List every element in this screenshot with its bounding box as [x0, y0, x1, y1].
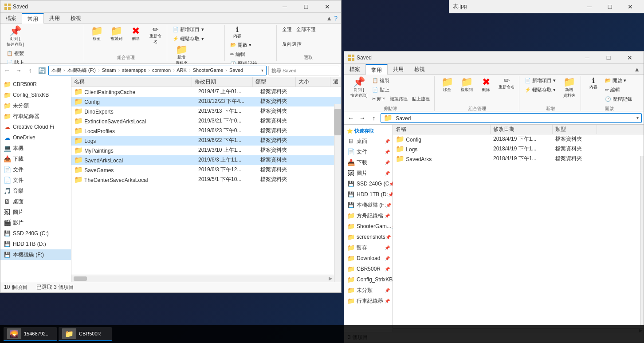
col-header-size-1[interactable]: 大小	[296, 77, 330, 87]
table-row[interactable]: 📁 TheCenterSavedArksLocal 2019/5/1 下午10.…	[71, 175, 341, 185]
back-button-1[interactable]: ←	[2, 66, 12, 75]
refresh-button-1[interactable]: 🔄	[37, 66, 47, 75]
nav-item-hdd-2[interactable]: 💾 HDD 1TB (D: 📌	[344, 189, 393, 200]
new-item-button-2[interactable]: 📄新增項目 ▾	[523, 76, 558, 85]
move-to-button-2[interactable]: 📁 移至	[438, 76, 456, 94]
scrollbar-thumb-1[interactable]	[334, 109, 341, 135]
horizontal-scrollbar-1[interactable]: ▶	[71, 275, 334, 282]
nav-item-downloads-1[interactable]: 📥 下載	[0, 154, 71, 164]
select-all-button-1[interactable]: 全選	[280, 25, 294, 34]
top-right-close[interactable]: ✕	[620, 0, 640, 13]
col-header-name-2[interactable]: 名稱	[393, 125, 491, 134]
col-header-date-1[interactable]: 修改日期	[192, 77, 252, 87]
nav-item-uncat-2[interactable]: 📁 未分類 📌	[344, 285, 393, 296]
tab-home-1[interactable]: 常用	[22, 13, 44, 24]
nav-item-ssd-2[interactable]: 💾 SSD 240G (C 📌	[344, 178, 393, 189]
table-row[interactable]: 📁 SaveGames 2019/6/3 下午12... 檔案資料夾	[71, 165, 341, 175]
help-button-1[interactable]: ?	[334, 15, 338, 22]
nav-item-creative-cloud-1[interactable]: ☁ Creative Cloud Fi	[0, 122, 71, 132]
paste-button-2[interactable]: 📄貼上	[370, 86, 432, 94]
tab-file-1[interactable]: 檔案	[0, 13, 22, 23]
tab-file-2[interactable]: 檔案	[344, 64, 365, 74]
nav-item-desktop-2[interactable]: 🖥 桌面 📌	[344, 136, 393, 146]
address-path-2[interactable]: 📁 Saved ▾	[381, 113, 642, 123]
minimize-button-1[interactable]: ─	[275, 0, 295, 13]
col-header-date-2[interactable]: 修改日期	[491, 125, 553, 134]
nav-item-localdisk-2[interactable]: 💾 本機磁碟 (F: 📌	[344, 200, 393, 210]
table-row[interactable]: 📁 Config 2018/12/23 下午4... 檔案資料夾	[71, 97, 341, 106]
nav-item-localdisk-1[interactable]: 💾 本機磁碟 (F:)	[0, 249, 71, 260]
properties-button-1[interactable]: ℹ 內容	[228, 25, 246, 40]
nav-item-download-2[interactable]: 📁 Download 📌	[344, 253, 393, 264]
nav-item-screenshots-2[interactable]: 📁 screenshots 📌	[344, 232, 393, 242]
nav-item-onedrive-1[interactable]: ☁ OneDrive	[0, 132, 71, 143]
hscrollbar-thumb-1[interactable]	[74, 276, 87, 281]
nav-item-strix-2[interactable]: 📁 Config_StrixKB 📌	[344, 274, 393, 285]
nav-item-docs2-1[interactable]: 📄 文件	[0, 175, 71, 185]
nav-item-pictures-1[interactable]: 🖼 圖片	[0, 207, 71, 217]
tab-view-1[interactable]: 檢視	[65, 13, 86, 23]
vertical-scrollbar-1[interactable]	[334, 104, 341, 282]
pin-button-1[interactable]: 📌 釘到 [快速存取]	[5, 25, 26, 48]
copy-button-2[interactable]: 📋複製	[370, 76, 432, 85]
move-to-button-1[interactable]: 📁 移至	[88, 25, 106, 46]
easy-access-button-1[interactable]: ⚡輕鬆存取 ▾	[171, 35, 205, 43]
nav-item-desktop-1[interactable]: 🖥 桌面	[0, 196, 71, 207]
nav-item-docs-1[interactable]: 📄 文件	[0, 164, 71, 175]
copy-to-button-2[interactable]: 📁 複製到	[458, 76, 475, 94]
nav-item-uncat-1[interactable]: 📁 未分類	[0, 100, 71, 111]
maximize-button-1[interactable]: □	[296, 0, 316, 13]
nav-item-docs-2[interactable]: 📄 文件 📌	[344, 146, 393, 157]
table-row[interactable]: 📁 Config 2018/4/19 下午1... 檔案資料夾	[393, 134, 644, 144]
back-button-2[interactable]: ←	[346, 113, 356, 123]
pin-button-2[interactable]: 📌 釘到 [快速存取]	[349, 76, 369, 99]
taskbar-item-1[interactable]: 🌄 15468792...	[4, 327, 57, 341]
nav-item-hdd-1[interactable]: 💾 HDD 1TB (D:)	[0, 239, 71, 249]
copy-button-1[interactable]: 📋複製	[5, 49, 67, 58]
minimize-button-2[interactable]: ─	[577, 51, 597, 64]
table-row[interactable]: 📁 SavedArksLocal 2019/6/3 上午11... 檔案資料夾	[71, 155, 341, 165]
nav-item-thispc-1[interactable]: 💻 本機	[0, 143, 71, 154]
table-row[interactable]: 📁 MyPaintings 2019/3/10 上午1... 檔案資料夾	[71, 146, 341, 155]
up-button-2[interactable]: ↑	[369, 113, 379, 123]
hscroll-arrow-1[interactable]: ▶	[329, 276, 334, 281]
taskbar-item-2[interactable]: 📁 CBR500R	[59, 327, 112, 341]
forward-button-1[interactable]: →	[14, 66, 24, 75]
nav-item-dashcam-1[interactable]: 📁 行車紀錄器	[0, 111, 71, 122]
edit-button-2[interactable]: ✏編輯	[603, 86, 634, 94]
tab-share-1[interactable]: 共用	[44, 13, 65, 23]
nav-item-ssd-1[interactable]: 💾 SSD 240G (C:)	[0, 228, 71, 239]
col-header-type-1[interactable]: 類型	[253, 77, 296, 87]
path-dropdown-btn-2[interactable]: ▾	[636, 115, 639, 120]
table-row[interactable]: 📁 SavedArks 2018/4/19 下午1... 檔案資料夾	[393, 154, 644, 164]
rename-button-1[interactable]: ✏ 重新命名	[146, 25, 164, 46]
tab-home-2[interactable]: 常用	[365, 64, 388, 75]
address-path-1[interactable]: 本機 › 本機磁碟 (F:) › Steam › steamapps › com…	[48, 66, 267, 75]
new-item-button-1[interactable]: 📄新增項目 ▾	[171, 25, 205, 34]
table-row[interactable]: 📁 ClientPaintingsCache 2019/4/7 上午01... …	[71, 87, 341, 97]
close-button-1[interactable]: ✕	[317, 0, 338, 13]
table-row[interactable]: 📁 ExtinctionSavedArksLocal 2019/3/21 下午0…	[71, 116, 341, 126]
copy-to-button-1[interactable]: 📁 複製到	[107, 25, 125, 46]
up-button-1[interactable]: ↑	[25, 66, 35, 75]
nav-item-shootergame-2[interactable]: 📁 ShooterGam... 📌	[344, 221, 393, 232]
tab-share-2[interactable]: 共用	[388, 64, 409, 74]
paste-shortcut-button-2[interactable]: 貼上捷徑	[410, 95, 432, 103]
table-row[interactable]: 📁 DinoExports 2019/3/13 下午1... 檔案資料夾	[71, 106, 341, 116]
nav-item-dashcam-2[interactable]: 📁 行車紀錄器 📌	[344, 296, 393, 306]
history-button-2[interactable]: 🕐歷程記錄	[603, 95, 634, 103]
top-right-maximize[interactable]: □	[600, 0, 620, 13]
col-header-type-2[interactable]: 類型	[553, 125, 597, 134]
close-button-2[interactable]: ✕	[620, 51, 640, 64]
nav-item-cbr-2[interactable]: 📁 CBR500R 📌	[344, 264, 393, 274]
nav-item-ark-log-2[interactable]: 📁 方舟記錄檔 📌	[344, 210, 393, 221]
nav-item-music-1[interactable]: 🎵 音樂	[0, 185, 71, 196]
open-button-2[interactable]: 📂開啟 ▾	[603, 76, 634, 85]
edit-button-1[interactable]: ✏編輯	[228, 50, 259, 59]
table-row[interactable]: 📁 Logs 2018/4/19 下午1... 檔案資料夾	[393, 144, 644, 154]
nav-item-temp-2[interactable]: 📁 暫存 📌	[344, 242, 393, 253]
rename-button-2[interactable]: ✏ 重新命名	[497, 76, 516, 94]
invert-selection-button-1[interactable]: 反向選擇	[280, 40, 303, 48]
nav-item-strixkb-1[interactable]: 📁 Config_StrixKB	[0, 90, 71, 100]
nav-item-cbr500r-1[interactable]: 📁 CBR500R	[0, 79, 71, 90]
